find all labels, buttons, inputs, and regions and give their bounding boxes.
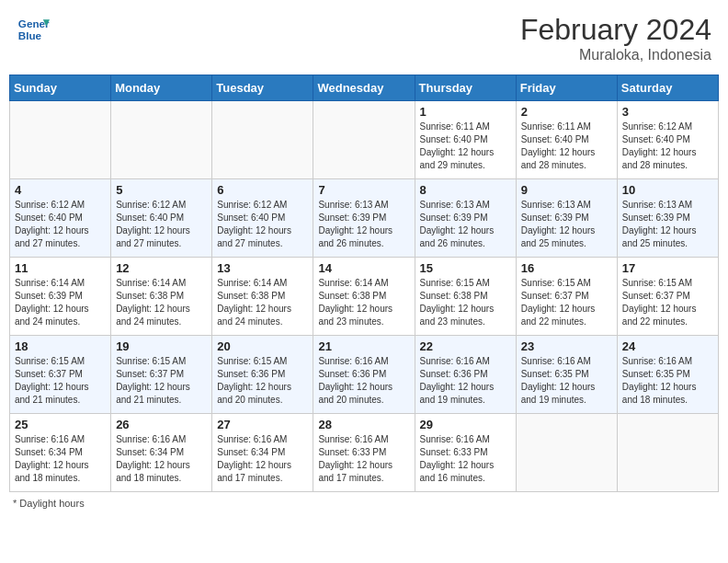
day-info: Sunrise: 6:16 AM Sunset: 6:36 PM Dayligh…	[420, 355, 511, 407]
calendar-cell	[10, 101, 111, 179]
calendar-cell: 20Sunrise: 6:15 AM Sunset: 6:36 PM Dayli…	[212, 336, 313, 414]
col-header-friday: Friday	[516, 75, 617, 101]
logo: General Blue	[17, 13, 50, 46]
day-number: 14	[318, 261, 409, 275]
calendar-cell: 16Sunrise: 6:15 AM Sunset: 6:37 PM Dayli…	[516, 258, 617, 336]
day-info: Sunrise: 6:16 AM Sunset: 6:35 PM Dayligh…	[622, 355, 713, 407]
calendar-cell: 25Sunrise: 6:16 AM Sunset: 6:34 PM Dayli…	[10, 414, 111, 492]
day-info: Sunrise: 6:11 AM Sunset: 6:40 PM Dayligh…	[521, 121, 612, 172]
day-number: 13	[217, 261, 308, 275]
day-number: 23	[521, 339, 612, 353]
calendar-cell: 11Sunrise: 6:14 AM Sunset: 6:39 PM Dayli…	[10, 258, 111, 336]
day-info: Sunrise: 6:15 AM Sunset: 6:37 PM Dayligh…	[521, 277, 612, 328]
day-info: Sunrise: 6:16 AM Sunset: 6:36 PM Dayligh…	[318, 355, 409, 407]
day-info: Sunrise: 6:15 AM Sunset: 6:37 PM Dayligh…	[15, 355, 106, 407]
calendar-cell: 5Sunrise: 6:12 AM Sunset: 6:40 PM Daylig…	[111, 179, 212, 258]
calendar-cell: 27Sunrise: 6:16 AM Sunset: 6:34 PM Dayli…	[212, 414, 313, 492]
calendar-cell: 13Sunrise: 6:14 AM Sunset: 6:38 PM Dayli…	[212, 258, 313, 336]
calendar-cell: 29Sunrise: 6:16 AM Sunset: 6:33 PM Dayli…	[415, 414, 516, 492]
day-info: Sunrise: 6:15 AM Sunset: 6:37 PM Dayligh…	[116, 355, 207, 407]
day-info: Sunrise: 6:15 AM Sunset: 6:37 PM Dayligh…	[622, 277, 713, 328]
month-year-title: February 2024	[520, 13, 711, 47]
day-number: 16	[521, 261, 612, 275]
calendar-cell	[212, 101, 313, 179]
day-info: Sunrise: 6:14 AM Sunset: 6:38 PM Dayligh…	[116, 277, 207, 328]
day-number: 7	[318, 183, 409, 197]
calendar-table: SundayMondayTuesdayWednesdayThursdayFrid…	[9, 75, 719, 492]
calendar-cell: 18Sunrise: 6:15 AM Sunset: 6:37 PM Dayli…	[10, 336, 111, 414]
calendar-cell	[313, 101, 415, 179]
day-number: 1	[420, 105, 511, 119]
day-info: Sunrise: 6:12 AM Sunset: 6:40 PM Dayligh…	[116, 199, 207, 250]
day-info: Sunrise: 6:14 AM Sunset: 6:38 PM Dayligh…	[217, 277, 308, 328]
calendar-cell: 3Sunrise: 6:12 AM Sunset: 6:40 PM Daylig…	[617, 101, 718, 179]
calendar-cell: 12Sunrise: 6:14 AM Sunset: 6:38 PM Dayli…	[111, 258, 212, 336]
day-number: 10	[622, 183, 713, 197]
day-number: 26	[116, 418, 207, 431]
footer-note: * Daylight hours	[9, 498, 719, 509]
day-number: 4	[15, 183, 106, 197]
calendar-cell: 22Sunrise: 6:16 AM Sunset: 6:36 PM Dayli…	[415, 336, 516, 414]
calendar-cell: 19Sunrise: 6:15 AM Sunset: 6:37 PM Dayli…	[111, 336, 212, 414]
day-info: Sunrise: 6:13 AM Sunset: 6:39 PM Dayligh…	[420, 199, 511, 250]
calendar-cell	[111, 101, 212, 179]
col-header-saturday: Saturday	[617, 75, 718, 101]
calendar-cell: 9Sunrise: 6:13 AM Sunset: 6:39 PM Daylig…	[516, 179, 617, 258]
calendar-cell: 24Sunrise: 6:16 AM Sunset: 6:35 PM Dayli…	[617, 336, 718, 414]
day-info: Sunrise: 6:12 AM Sunset: 6:40 PM Dayligh…	[217, 199, 308, 250]
day-number: 8	[420, 183, 511, 197]
day-number: 12	[116, 261, 207, 275]
calendar-cell	[617, 414, 718, 492]
day-info: Sunrise: 6:13 AM Sunset: 6:39 PM Dayligh…	[521, 199, 612, 250]
calendar-cell: 28Sunrise: 6:16 AM Sunset: 6:33 PM Dayli…	[313, 414, 415, 492]
day-number: 18	[15, 339, 106, 353]
day-info: Sunrise: 6:12 AM Sunset: 6:40 PM Dayligh…	[622, 121, 713, 172]
calendar-cell: 10Sunrise: 6:13 AM Sunset: 6:39 PM Dayli…	[617, 179, 718, 258]
day-info: Sunrise: 6:12 AM Sunset: 6:40 PM Dayligh…	[15, 199, 106, 250]
day-number: 19	[116, 339, 207, 353]
day-info: Sunrise: 6:16 AM Sunset: 6:33 PM Dayligh…	[318, 433, 409, 485]
day-info: Sunrise: 6:16 AM Sunset: 6:34 PM Dayligh…	[217, 433, 308, 485]
day-number: 6	[217, 183, 308, 197]
day-info: Sunrise: 6:16 AM Sunset: 6:34 PM Dayligh…	[15, 433, 106, 485]
calendar-cell: 14Sunrise: 6:14 AM Sunset: 6:38 PM Dayli…	[313, 258, 415, 336]
day-info: Sunrise: 6:15 AM Sunset: 6:38 PM Dayligh…	[420, 277, 511, 328]
calendar-cell: 23Sunrise: 6:16 AM Sunset: 6:35 PM Dayli…	[516, 336, 617, 414]
col-header-monday: Monday	[111, 75, 212, 101]
day-info: Sunrise: 6:13 AM Sunset: 6:39 PM Dayligh…	[622, 199, 713, 250]
day-number: 24	[622, 339, 713, 353]
day-info: Sunrise: 6:13 AM Sunset: 6:39 PM Dayligh…	[318, 199, 409, 250]
day-info: Sunrise: 6:11 AM Sunset: 6:40 PM Dayligh…	[420, 121, 511, 172]
day-info: Sunrise: 6:16 AM Sunset: 6:34 PM Dayligh…	[116, 433, 207, 485]
day-info: Sunrise: 6:14 AM Sunset: 6:39 PM Dayligh…	[15, 277, 106, 328]
day-number: 2	[521, 105, 612, 119]
calendar-cell: 15Sunrise: 6:15 AM Sunset: 6:38 PM Dayli…	[415, 258, 516, 336]
svg-text:Blue: Blue	[18, 29, 42, 41]
day-number: 22	[420, 339, 511, 353]
day-number: 17	[622, 261, 713, 275]
calendar-cell: 1Sunrise: 6:11 AM Sunset: 6:40 PM Daylig…	[415, 101, 516, 179]
day-info: Sunrise: 6:16 AM Sunset: 6:33 PM Dayligh…	[420, 433, 511, 485]
calendar-cell	[516, 414, 617, 492]
day-info: Sunrise: 6:16 AM Sunset: 6:35 PM Dayligh…	[521, 355, 612, 407]
calendar-cell: 17Sunrise: 6:15 AM Sunset: 6:37 PM Dayli…	[617, 258, 718, 336]
calendar-cell: 6Sunrise: 6:12 AM Sunset: 6:40 PM Daylig…	[212, 179, 313, 258]
page-header: General Blue February 2024 Muraloka, Ind…	[9, 9, 719, 67]
col-header-wednesday: Wednesday	[313, 75, 415, 101]
day-number: 11	[15, 261, 106, 275]
calendar-cell: 21Sunrise: 6:16 AM Sunset: 6:36 PM Dayli…	[313, 336, 415, 414]
logo-icon: General Blue	[17, 13, 50, 46]
calendar-cell: 4Sunrise: 6:12 AM Sunset: 6:40 PM Daylig…	[10, 179, 111, 258]
day-info: Sunrise: 6:14 AM Sunset: 6:38 PM Dayligh…	[318, 277, 409, 328]
col-header-sunday: Sunday	[10, 75, 111, 101]
day-number: 21	[318, 339, 409, 353]
day-number: 25	[15, 418, 106, 431]
day-number: 27	[217, 418, 308, 431]
calendar-cell: 26Sunrise: 6:16 AM Sunset: 6:34 PM Dayli…	[111, 414, 212, 492]
day-number: 15	[420, 261, 511, 275]
calendar-cell: 2Sunrise: 6:11 AM Sunset: 6:40 PM Daylig…	[516, 101, 617, 179]
location-subtitle: Muraloka, Indonesia	[520, 47, 711, 63]
calendar-cell: 8Sunrise: 6:13 AM Sunset: 6:39 PM Daylig…	[415, 179, 516, 258]
day-info: Sunrise: 6:15 AM Sunset: 6:36 PM Dayligh…	[217, 355, 308, 407]
title-section: February 2024 Muraloka, Indonesia	[520, 13, 711, 63]
